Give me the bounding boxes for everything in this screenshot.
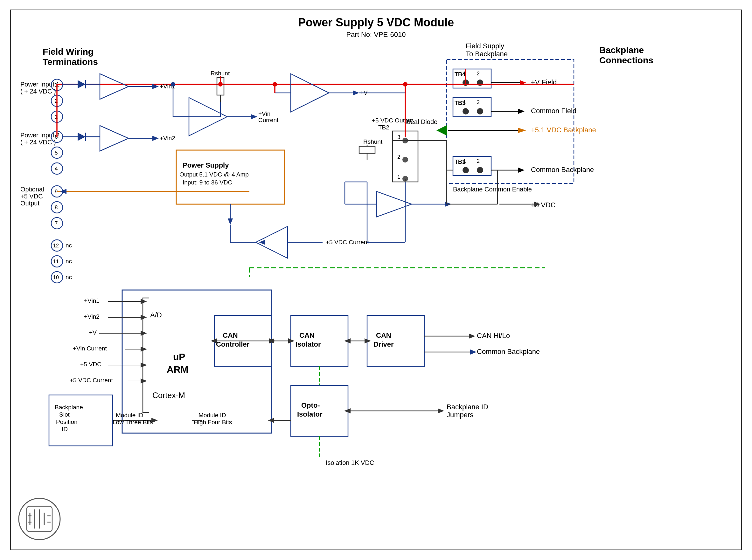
svg-text:Common Backplane: Common Backplane [531, 166, 594, 174]
svg-text:12: 12 [53, 243, 59, 248]
svg-text:+Vin2: +Vin2 [84, 313, 100, 320]
svg-text:CAN: CAN [299, 332, 315, 339]
svg-text:+Vin2: +Vin2 [160, 135, 175, 141]
svg-text:Input: 9 to 36 VDC: Input: 9 to 36 VDC [183, 179, 232, 186]
svg-marker-89 [353, 90, 359, 95]
up-arm-box [122, 290, 272, 433]
svg-text:+Vin Current: +Vin Current [73, 345, 107, 352]
svg-text:+5 VDC: +5 VDC [80, 361, 101, 367]
svg-text:Connections: Connections [599, 55, 653, 65]
svg-marker-143 [141, 362, 147, 367]
svg-text:Position: Position [56, 419, 78, 425]
buffer2 [100, 126, 128, 151]
svg-text:( + 24 VDC ): ( + 24 VDC ) [20, 139, 56, 146]
diagram-svg: Field Wiring Terminations Backplane Conn… [11, 36, 743, 551]
svg-marker-176 [438, 408, 444, 414]
svg-marker-150 [211, 338, 217, 343]
backplane-common-enable-label: Backplane Common Enable [453, 186, 532, 193]
svg-text:nc: nc [65, 242, 72, 249]
module-id-high-label: Module ID [198, 412, 226, 419]
module-id-low-label: Module ID [116, 412, 143, 419]
svg-point-12 [477, 108, 483, 115]
svg-text:+Vin: +Vin [258, 111, 271, 117]
svg-text:Isolator: Isolator [296, 340, 321, 348]
svg-text:+V: +V [89, 329, 97, 336]
svg-text:3: 3 [397, 134, 400, 140]
field-wiring-label: Field Wiring [43, 47, 94, 57]
svg-text:+Vin1: +Vin1 [84, 297, 100, 304]
svg-text:CAN Hi/Lo: CAN Hi/Lo [477, 332, 510, 340]
svg-point-30 [402, 157, 408, 162]
svg-text:2: 2 [477, 71, 480, 76]
svg-text:nc: nc [65, 274, 72, 280]
svg-text:Power Supply: Power Supply [183, 161, 229, 169]
ad-label: A/D [150, 311, 162, 319]
svg-text:5: 5 [55, 150, 58, 156]
svg-point-86 [218, 82, 223, 86]
svg-text:+V Field: +V Field [531, 78, 557, 86]
common-field-arrow [518, 109, 525, 114]
svg-marker-163 [469, 334, 475, 339]
svg-text:Cortex-M: Cortex-M [152, 391, 185, 400]
svg-marker-72 [152, 136, 159, 141]
svg-point-19 [477, 167, 483, 173]
power-input-2-label: Power Input 2 [20, 132, 59, 139]
svg-text:Driver: Driver [373, 340, 394, 348]
svg-text:To Backplane: To Backplane [466, 50, 508, 58]
svg-text:7: 7 [55, 220, 58, 226]
v51-backplane-arrow [518, 128, 526, 133]
buffer-backplane [377, 192, 412, 217]
rshunt-top-label: Rshunt [211, 70, 230, 77]
svg-text:Isolator: Isolator [297, 410, 322, 418]
svg-marker-160 [344, 338, 351, 343]
page-title: Power Supply 5 VDC Module [11, 10, 741, 29]
svg-text:+5 VDC Current: +5 VDC Current [326, 239, 369, 245]
svg-text:Terminations: Terminations [43, 57, 98, 67]
svg-marker-172 [268, 418, 274, 423]
svg-marker-137 [141, 331, 147, 336]
svg-text:1: 1 [463, 100, 466, 105]
svg-text:+5.1 VDC Backplane: +5.1 VDC Backplane [531, 126, 596, 134]
isolation-label: Isolation 1K VDC [326, 459, 374, 466]
svg-text:ID: ID [62, 426, 68, 433]
svg-text:1: 1 [397, 174, 400, 180]
svg-text:Output: Output [20, 200, 39, 207]
svg-marker-161 [364, 338, 371, 343]
v5-vdc-output-label: +5 VDC Output [372, 117, 413, 124]
backplane-connections-label: Backplane [599, 45, 644, 55]
svg-text:Low Three Bits: Low Three Bits [113, 419, 153, 425]
svg-point-92 [273, 82, 277, 86]
buffer-v-plus [291, 74, 329, 112]
svg-point-18 [462, 167, 469, 173]
svg-point-11 [462, 108, 469, 115]
svg-text:Jumpers: Jumpers [447, 411, 473, 419]
svg-marker-131 [141, 299, 147, 304]
svg-marker-166 [470, 349, 476, 355]
diode1-symbol [78, 80, 85, 88]
field-supply-label: Field Supply [466, 42, 504, 50]
rshunt-mid-symbol [359, 146, 375, 153]
common-backplane-arrow [518, 167, 525, 173]
svg-marker-98 [60, 189, 66, 194]
svg-text:Common Field: Common Field [531, 107, 576, 115]
svg-text:+5 VDC: +5 VDC [20, 193, 43, 200]
svg-text:Common Backplane: Common Backplane [477, 347, 540, 356]
svg-text:( + 24 VDC ): ( + 24 VDC ) [20, 88, 56, 95]
buffer1 [100, 74, 128, 99]
svg-text:Output 5.1 VDC @ 4 Amp: Output 5.1 VDC @ 4 Amp [179, 171, 249, 178]
svg-text:nc: nc [65, 258, 72, 265]
svg-text:11: 11 [53, 259, 59, 264]
svg-text:1: 1 [463, 158, 466, 164]
svg-text:CAN: CAN [223, 332, 238, 339]
svg-marker-175 [344, 408, 351, 414]
svg-text:2: 2 [477, 158, 480, 164]
svg-text:+5 VDC Current: +5 VDC Current [70, 377, 113, 383]
svg-marker-146 [141, 378, 147, 383]
ideal-diode-symbol [437, 126, 447, 135]
svg-text:4: 4 [55, 166, 58, 172]
svg-text:High Four Bits: High Four Bits [194, 419, 232, 425]
svg-text:Controller: Controller [216, 340, 250, 348]
svg-text:TB2: TB2 [378, 124, 389, 131]
svg-text:2: 2 [477, 100, 480, 105]
svg-marker-134 [141, 315, 147, 320]
